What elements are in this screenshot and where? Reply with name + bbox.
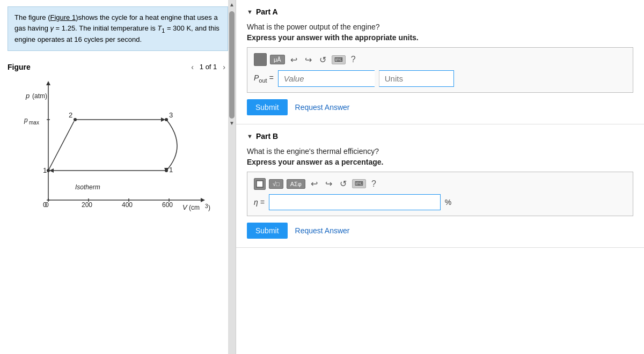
part-a-label: Part A <box>256 8 278 16</box>
scroll-up-icon[interactable]: ▲ <box>228 0 236 9</box>
help-button[interactable]: ? <box>349 54 358 65</box>
part-a-arrow-icon: ▼ <box>247 9 253 15</box>
figure-link[interactable]: Figure 1 <box>50 13 76 21</box>
part-a-actions: Submit Request Answer <box>247 99 633 115</box>
part-b-answer-box: √□ ΑΣφ ↩ ↪ ↺ ⌨ ? η = % <box>247 172 633 216</box>
right-panel: ▼ Part A What is the power output of the… <box>236 0 644 354</box>
svg-point-36 <box>165 118 168 121</box>
svg-text:): ) <box>208 204 210 211</box>
svg-text:V: V <box>182 203 188 211</box>
svg-marker-3 <box>201 198 205 202</box>
part-b-arrow-icon: ▼ <box>247 133 253 139</box>
part-a-submit-button[interactable]: Submit <box>247 99 288 115</box>
eta-label: η = <box>254 198 265 206</box>
svg-text:400: 400 <box>122 201 133 209</box>
part-b-instruction: Express your answer as a percentage. <box>247 158 633 166</box>
part-b-section: ▼ Part B What is the engine's thermal ef… <box>236 124 644 248</box>
reset-b-button[interactable]: ↺ <box>338 178 349 190</box>
svg-text:600: 600 <box>162 201 173 209</box>
svg-text:(atm): (atm) <box>32 92 47 100</box>
graph-container: p (atm) V (cm 3 ) p max 1 0 <box>16 77 220 222</box>
part-a-answer-box: μÅ ↩ ↪ ↺ ⌨ ? Pout = <box>247 47 633 93</box>
part-b-toolbar: √□ ΑΣφ ↩ ↪ ↺ ⌨ ? <box>254 178 626 190</box>
symbols-button[interactable]: ΑΣφ <box>287 179 305 189</box>
part-b-actions: Submit Request Answer <box>247 223 633 239</box>
redo-b-button[interactable]: ↪ <box>323 178 334 190</box>
figure-area: Figure ‹ 1 of 1 › p (atm) V <box>0 56 236 354</box>
units-symbol-button[interactable]: μÅ <box>270 55 285 64</box>
svg-text:1: 1 <box>43 166 47 174</box>
eta-input[interactable] <box>269 194 441 210</box>
part-a-section: ▼ Part A What is the power output of the… <box>236 0 644 124</box>
units-input[interactable] <box>379 70 454 87</box>
part-b-header[interactable]: ▼ Part B <box>247 132 633 141</box>
value-input[interactable] <box>278 70 375 87</box>
svg-text:0: 0 <box>45 201 49 209</box>
figure-nav: ‹ 1 of 1 › <box>188 62 228 72</box>
matrix-icon-button[interactable] <box>254 53 267 66</box>
part-b-input-row: η = % <box>254 194 626 210</box>
redo-button[interactable]: ↪ <box>303 54 314 66</box>
keyboard-button[interactable]: ⌨ <box>332 55 346 64</box>
svg-marker-29 <box>49 168 54 173</box>
svg-text:(cm: (cm <box>189 204 200 211</box>
svg-text:1: 1 <box>169 166 173 174</box>
graph-svg: p (atm) V (cm 3 ) p max 1 0 <box>16 77 220 222</box>
percent-label: % <box>445 198 451 206</box>
svg-rect-39 <box>257 181 263 187</box>
svg-text:200: 200 <box>82 201 92 209</box>
svg-text:p: p <box>25 92 30 100</box>
svg-point-35 <box>74 118 77 121</box>
scrollbar[interactable]: ▲ ▼ <box>228 0 236 354</box>
svg-marker-2 <box>46 81 50 85</box>
part-a-instruction: Express your answer with the appropriate… <box>247 33 633 42</box>
figure-page: 1 of 1 <box>200 63 217 71</box>
left-panel: The figure (Figure 1)shows the cycle for… <box>0 0 236 354</box>
scroll-thumb[interactable] <box>229 11 235 119</box>
part-a-question: What is the power output of the engine? <box>247 23 633 31</box>
figure-header: Figure ‹ 1 of 1 › <box>8 62 228 72</box>
sqrt-button[interactable]: √□ <box>269 179 283 189</box>
scroll-down-icon[interactable]: ▼ <box>228 119 236 128</box>
part-a-input-row: Pout = <box>254 70 626 87</box>
svg-text:2: 2 <box>69 111 72 119</box>
svg-text:max: max <box>29 120 39 126</box>
svg-point-38 <box>47 169 50 172</box>
svg-line-30 <box>48 121 74 171</box>
part-b-request-answer-link[interactable]: Request Answer <box>295 226 350 235</box>
next-figure-button[interactable]: › <box>220 62 228 72</box>
svg-text:Isotherm: Isotherm <box>75 183 100 191</box>
prev-figure-button[interactable]: ‹ <box>188 62 196 72</box>
box-icon-button[interactable] <box>254 178 266 190</box>
svg-point-37 <box>165 169 168 172</box>
part-b-submit-button[interactable]: Submit <box>247 223 288 239</box>
keyboard-b-button[interactable]: ⌨ <box>352 179 366 188</box>
svg-marker-26 <box>161 117 165 122</box>
p-out-label: Pout = <box>254 73 274 84</box>
part-a-toolbar: μÅ ↩ ↪ ↺ ⌨ ? <box>254 53 626 66</box>
svg-text:p: p <box>24 116 28 124</box>
figure-label: Figure <box>8 63 31 71</box>
reset-button[interactable]: ↺ <box>317 54 328 66</box>
undo-b-button[interactable]: ↩ <box>309 178 320 190</box>
part-b-label: Part B <box>256 132 278 141</box>
problem-text: The figure (Figure 1)shows the cycle for… <box>8 6 228 51</box>
svg-text:3: 3 <box>169 111 173 119</box>
part-b-question: What is the engine's thermal efficiency? <box>247 147 633 156</box>
part-a-header[interactable]: ▼ Part A <box>247 8 633 16</box>
help-b-button[interactable]: ? <box>369 178 378 190</box>
undo-button[interactable]: ↩ <box>288 54 299 66</box>
part-a-request-answer-link[interactable]: Request Answer <box>295 103 350 112</box>
